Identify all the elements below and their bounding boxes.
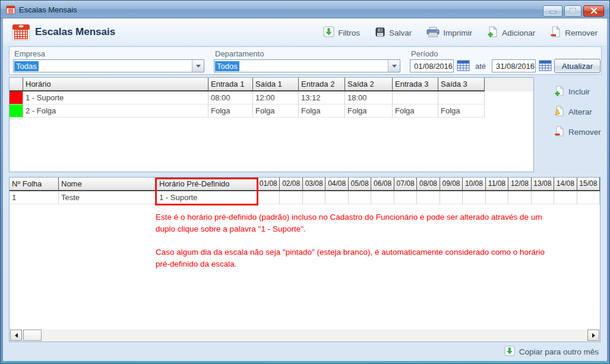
remover-button[interactable]: Remover <box>548 25 600 40</box>
schedule-table-body: 1 - Suporte08:0012:0013:1218:002 - Folga… <box>10 91 533 118</box>
period-start-calendar-icon[interactable] <box>456 60 470 72</box>
day-cell[interactable] <box>508 191 531 204</box>
schedule-cell[interactable]: Folga <box>393 105 438 118</box>
day-cell[interactable] <box>303 191 325 204</box>
date-column-header: 06/08 <box>371 178 394 191</box>
schedule-cell[interactable]: Folga <box>345 105 393 118</box>
close-button[interactable] <box>583 5 604 17</box>
copiar-para-outro-mes-button[interactable]: Copiar para outro mês <box>504 346 599 358</box>
date-column-header: 14/08 <box>554 178 577 191</box>
scrollbar-thumb[interactable] <box>23 330 42 341</box>
schedule-cell[interactable] <box>438 91 485 105</box>
scroll-right-button[interactable] <box>587 330 599 341</box>
period-end-calendar-icon[interactable] <box>538 60 552 72</box>
adicionar-button[interactable]: Adicionar <box>485 25 538 40</box>
atualizar-button[interactable]: Atualizar <box>554 59 600 73</box>
column-header: Nº Folha <box>10 178 59 191</box>
schedule-actions: Incluir Alterar Remover <box>554 86 601 138</box>
schedule-table-row[interactable]: 2 - FolgaFolgaFolgaFolgaFolgaFolgaFolga <box>10 105 533 118</box>
day-cell[interactable] <box>257 191 280 204</box>
filter-download-icon <box>323 26 334 39</box>
column-header: Nome <box>59 178 157 191</box>
alterar-button[interactable]: Alterar <box>554 106 601 118</box>
employee-cell[interactable]: 1 - Suporte <box>157 191 257 204</box>
schedule-cell[interactable]: Folga <box>299 105 345 118</box>
day-cell[interactable] <box>577 191 600 204</box>
date-column-header: 05/08 <box>349 178 371 191</box>
column-header: Saída 3 <box>438 78 485 91</box>
floppy-disk-icon <box>375 27 385 39</box>
day-cell[interactable] <box>325 191 348 204</box>
periodo-label: Período <box>411 49 438 58</box>
day-cell[interactable] <box>280 191 302 204</box>
scroll-left-button[interactable] <box>10 330 22 341</box>
day-cell[interactable] <box>417 191 440 204</box>
departamento-label: Departamento <box>215 49 264 58</box>
empresa-combobox[interactable]: Todas <box>13 59 204 72</box>
annotation-text: Este é o horário pré-definido (padrão) i… <box>156 211 557 281</box>
minimize-button[interactable] <box>543 5 562 17</box>
departamento-combobox[interactable]: Todos <box>214 59 400 72</box>
schedule-cell[interactable]: Folga <box>438 105 485 118</box>
page-plus-icon <box>487 26 498 39</box>
column-header: Entrada 2 <box>299 78 345 91</box>
copy-download-icon <box>504 346 515 358</box>
schedule-cell[interactable]: 13:12 <box>299 91 345 105</box>
remover-row-button[interactable]: Remover <box>554 126 601 138</box>
toolbar: Filtros Salvar Imprimir <box>321 25 600 40</box>
header-filler <box>485 78 533 91</box>
horizontal-scrollbar[interactable] <box>10 330 599 341</box>
date-column-header: 11/08 <box>486 178 508 191</box>
day-cell[interactable] <box>440 191 463 204</box>
day-cell[interactable] <box>349 191 371 204</box>
row-color-swatch <box>10 91 23 105</box>
day-cell[interactable] <box>554 191 577 204</box>
employee-cell[interactable]: Teste <box>59 191 157 204</box>
schedule-table-panel: HorárioEntrada 1Saída 1Entrada 2Saída 2E… <box>9 77 534 172</box>
day-cell[interactable] <box>463 191 485 204</box>
schedule-cell[interactable]: 18:00 <box>345 91 393 105</box>
page-title: Escalas Mensais <box>35 26 115 38</box>
column-header: Entrada 1 <box>208 78 253 91</box>
period-end-input[interactable]: 31/08/2016 <box>492 59 536 72</box>
empresa-selected-value: Todas <box>14 61 39 71</box>
date-column-header: 09/08 <box>440 178 463 191</box>
schedule-cell[interactable]: Folga <box>253 105 299 118</box>
header-strip: Escalas Mensais Filtros Salvar <box>3 18 607 45</box>
period-start-input[interactable]: 01/08/2016 <box>410 59 454 72</box>
day-cell[interactable] <box>486 191 508 204</box>
chevron-down-icon[interactable] <box>192 60 204 72</box>
minimize-icon <box>549 7 557 15</box>
imprimir-button[interactable]: Imprimir <box>424 26 475 40</box>
schedule-cell[interactable]: 2 - Folga <box>23 105 208 118</box>
maximize-icon <box>570 7 576 15</box>
salvar-button[interactable]: Salvar <box>372 26 414 40</box>
column-header: Horário Pré-Definido <box>157 178 257 191</box>
page-pencil-icon <box>554 106 565 118</box>
schedule-cell[interactable]: 08:00 <box>208 91 253 105</box>
day-cell[interactable] <box>394 191 417 204</box>
action-label: Alterar <box>568 107 592 116</box>
date-column-header: 01/08 <box>257 178 280 191</box>
employee-table-row[interactable]: 1Teste1 - Suporte <box>10 191 600 204</box>
schedule-cell[interactable]: Folga <box>208 105 253 118</box>
page-minus-icon <box>554 126 565 138</box>
schedule-cell[interactable]: 1 - Suporte <box>23 91 208 105</box>
incluir-button[interactable]: Incluir <box>554 86 601 98</box>
chevron-down-icon[interactable] <box>388 60 400 72</box>
empresa-label: Empresa <box>14 49 45 58</box>
date-column-header: 08/08 <box>417 178 440 191</box>
footer-label: Copiar para outro mês <box>519 347 599 356</box>
schedule-cell[interactable] <box>393 91 438 105</box>
toolbar-label: Adicionar <box>502 29 535 37</box>
title-bar[interactable]: Escalas Mensais <box>1 1 609 18</box>
filtros-button[interactable]: Filtros <box>321 25 362 40</box>
day-cell[interactable] <box>532 191 554 204</box>
color-column-header <box>10 78 23 91</box>
day-cell[interactable] <box>371 191 394 204</box>
maximize-button[interactable] <box>564 5 581 17</box>
schedule-table-row[interactable]: 1 - Suporte08:0012:0013:1218:00 <box>10 91 533 105</box>
page-calendar-icon <box>11 21 31 45</box>
employee-cell[interactable]: 1 <box>10 191 59 204</box>
schedule-cell[interactable]: 12:00 <box>253 91 299 105</box>
